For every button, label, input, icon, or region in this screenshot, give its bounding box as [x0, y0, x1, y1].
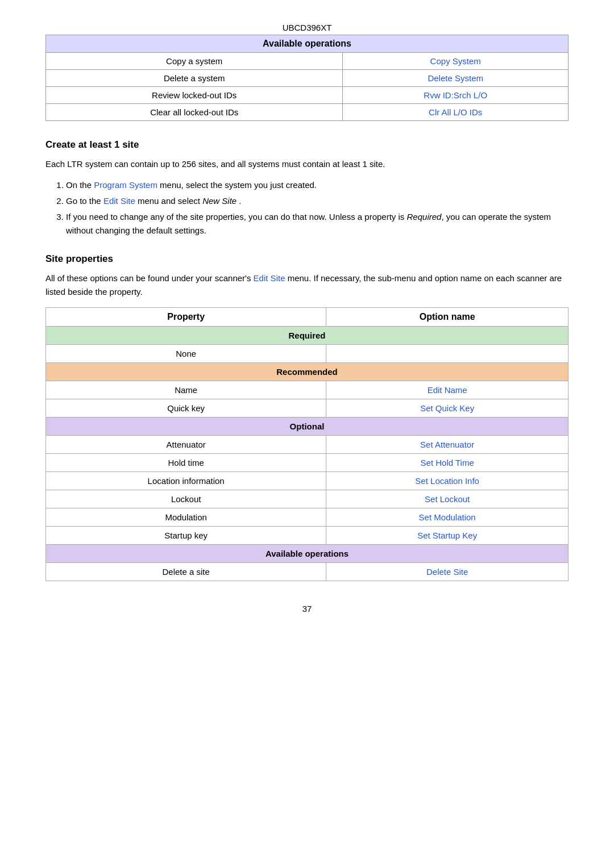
quick-key-property: Quick key [46, 399, 326, 417]
table-cell-label: Review locked-out IDs [46, 87, 343, 104]
table-row: Delete a system Delete System [46, 70, 569, 87]
lockout-property: Lockout [46, 490, 326, 508]
step2-italic: New Site [202, 196, 237, 206]
list-item: Go to the Edit Site menu and select New … [66, 194, 569, 208]
section2-paragraph: All of these options can be found under … [45, 272, 569, 298]
list-item: If you need to change any of the site pr… [66, 210, 569, 237]
step3-before: If you need to change any of the site pr… [66, 212, 407, 222]
table-row: Location information Set Location Info [46, 471, 569, 490]
delete-site-link[interactable]: Delete Site [326, 562, 569, 581]
set-lockout-link[interactable]: Set Lockout [326, 490, 569, 508]
section1-steps: On the Program System menu, select the s… [66, 178, 569, 237]
top-table: Available operations Copy a system Copy … [45, 35, 569, 121]
props-col2-header: Option name [326, 307, 569, 326]
available-ops-section-row: Available operations [46, 544, 569, 562]
step1-after: menu, select the system you just created… [157, 180, 317, 190]
optional-label: Optional [46, 417, 569, 435]
startup-key-property: Startup key [46, 526, 326, 544]
none-property: None [46, 344, 326, 362]
section1-paragraph: Each LTR system can contain up to 256 si… [45, 157, 569, 170]
table-cell-label: Copy a system [46, 53, 343, 70]
set-quick-key-link[interactable]: Set Quick Key [326, 399, 569, 417]
properties-table: Property Option name Required None Recom… [45, 307, 569, 581]
copy-system-link[interactable]: Copy System [343, 53, 569, 70]
section2-heading: Site properties [45, 253, 569, 265]
section1-heading: Create at least 1 site [45, 139, 569, 151]
table-row: Modulation Set Modulation [46, 508, 569, 526]
table-row: Copy a system Copy System [46, 53, 569, 70]
edit-site-link-step2[interactable]: Edit Site [103, 196, 135, 206]
attenuator-property: Attenuator [46, 435, 326, 453]
optional-section-row: Optional [46, 417, 569, 435]
page-number: 37 [45, 604, 569, 614]
delete-site-property: Delete a site [46, 562, 326, 581]
top-table-header: Available operations [46, 35, 569, 53]
set-attenuator-link[interactable]: Set Attenuator [326, 435, 569, 453]
page-content: UBCD396XT Available operations Copy a sy… [45, 23, 569, 614]
top-table-header-row: Available operations [46, 35, 569, 53]
set-hold-time-link[interactable]: Set Hold Time [326, 453, 569, 471]
props-col1-header: Property [46, 307, 326, 326]
table-cell-label: Clear all locked-out IDs [46, 104, 343, 121]
ubcd-title: UBCD396XT [45, 23, 569, 32]
step1-before: On the [66, 180, 94, 190]
table-row: Lockout Set Lockout [46, 490, 569, 508]
step2-after: . [237, 196, 241, 206]
set-location-info-link[interactable]: Set Location Info [326, 471, 569, 490]
list-item: On the Program System menu, select the s… [66, 178, 569, 192]
name-property: Name [46, 381, 326, 399]
step2-middle: menu and select [135, 196, 202, 206]
table-row: Delete a site Delete Site [46, 562, 569, 581]
recommended-label: Recommended [46, 362, 569, 381]
program-system-link[interactable]: Program System [94, 180, 157, 190]
recommended-section-row: Recommended [46, 362, 569, 381]
set-modulation-link[interactable]: Set Modulation [326, 508, 569, 526]
required-section-row: Required [46, 326, 569, 344]
delete-system-link[interactable]: Delete System [343, 70, 569, 87]
table-row: Startup key Set Startup Key [46, 526, 569, 544]
step3-italic: Required [407, 212, 442, 222]
available-ops-label: Available operations [46, 544, 569, 562]
props-header-row: Property Option name [46, 307, 569, 326]
top-section: UBCD396XT Available operations Copy a sy… [45, 23, 569, 121]
table-row: Clear all locked-out IDs Clr All L/O IDs [46, 104, 569, 121]
edit-site-link-para[interactable]: Edit Site [254, 273, 285, 283]
edit-name-link[interactable]: Edit Name [326, 381, 569, 399]
step2-before: Go to the [66, 196, 103, 206]
table-row: Name Edit Name [46, 381, 569, 399]
table-row: Review locked-out IDs Rvw ID:Srch L/O [46, 87, 569, 104]
rvw-id-link[interactable]: Rvw ID:Srch L/O [343, 87, 569, 104]
set-startup-key-link[interactable]: Set Startup Key [326, 526, 569, 544]
hold-time-property: Hold time [46, 453, 326, 471]
table-row: Quick key Set Quick Key [46, 399, 569, 417]
table-row: None [46, 344, 569, 362]
clr-all-link[interactable]: Clr All L/O IDs [343, 104, 569, 121]
section2-para-before: All of these options can be found under … [45, 273, 254, 283]
required-label: Required [46, 326, 569, 344]
location-info-property: Location information [46, 471, 326, 490]
none-option [326, 344, 569, 362]
table-row: Attenuator Set Attenuator [46, 435, 569, 453]
modulation-property: Modulation [46, 508, 326, 526]
table-row: Hold time Set Hold Time [46, 453, 569, 471]
table-cell-label: Delete a system [46, 70, 343, 87]
